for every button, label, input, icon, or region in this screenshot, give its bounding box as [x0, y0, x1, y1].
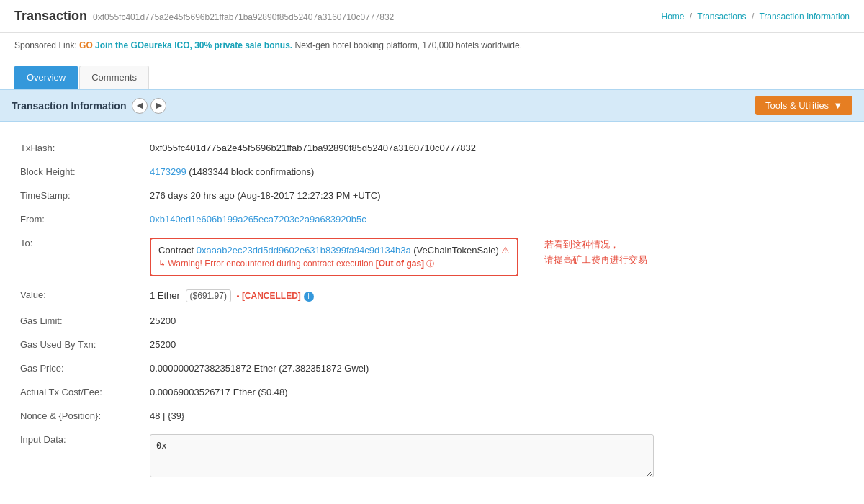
section-header-left: Transaction Information ◀ ▶	[12, 98, 166, 114]
block-height-label: Block Height:	[14, 160, 144, 184]
sponsored-desc: Next-gen hotel booking platform, 170,000…	[295, 40, 523, 50]
row-to: To: Contract 0xaaab2ec23dd5dd9602e631b83…	[14, 231, 850, 283]
txhash-value: 0xf055fc401d775a2e45f5696b21ffab71ba9289…	[144, 136, 850, 160]
to-contract-name: (VeChainTokenSale)	[413, 245, 499, 256]
gas-used-label: Gas Used By Txn:	[14, 333, 144, 356]
row-actual-cost: Actual Tx Cost/Fee: 0.00069003526717 Eth…	[14, 380, 850, 404]
tabs-bar: Overview Comments	[0, 58, 864, 89]
input-data-label: Input Data:	[14, 428, 144, 486]
row-value: Value: 1 Ether ($691.97) - [CANCELLED] i	[14, 283, 850, 309]
breadcrumb-transactions[interactable]: Transactions	[697, 12, 746, 22]
value-eth: 1 Ether	[150, 290, 180, 301]
row-gas-price: Gas Price: 0.000000027382351872 Ether (2…	[14, 356, 850, 380]
go-logo: GO	[79, 40, 93, 50]
row-gas-used: Gas Used By Txn: 25200	[14, 333, 850, 356]
nav-arrows: ◀ ▶	[132, 98, 166, 114]
tab-overview[interactable]: Overview	[14, 66, 78, 89]
gas-limit-value: 25200	[144, 309, 850, 333]
tx-hash-header: 0xf055fc401d775a2e45f5696b21ffab71ba9289…	[93, 12, 394, 22]
nav-next-button[interactable]: ▶	[150, 98, 166, 114]
dropdown-icon: ▼	[833, 100, 842, 111]
gas-used-value: 25200	[144, 333, 850, 356]
page-title: Transaction	[14, 9, 87, 24]
value-info-icon[interactable]: i	[304, 292, 314, 302]
warning-icon: ⚠	[501, 245, 510, 256]
actual-cost-label: Actual Tx Cost/Fee:	[14, 380, 144, 404]
to-box-contract-row: Contract 0xaaab2ec23dd5dd9602e631b8399fa…	[158, 245, 510, 256]
actual-cost-value: 0.00069003526717 Ether ($0.48)	[144, 380, 850, 404]
row-block-height: Block Height: 4173299 (1483344 block con…	[14, 160, 850, 184]
row-nonce: Nonce & {Position}: 48 | {39}	[14, 404, 850, 428]
tools-label: Tools & Utilities	[765, 100, 829, 111]
to-box: Contract 0xaaab2ec23dd5dd9602e631b8399fa…	[150, 238, 518, 276]
block-height-cell: 4173299 (1483344 block confirmations)	[144, 160, 850, 184]
txhash-label: TxHash:	[14, 136, 144, 160]
value-usd: ($691.97)	[186, 289, 231, 302]
tools-utilities-button[interactable]: Tools & Utilities ▼	[755, 96, 852, 115]
content-area: TxHash: 0xf055fc401d775a2e45f5696b21ffab…	[0, 122, 864, 500]
timestamp-value: 276 days 20 hrs ago (Aug-18-2017 12:27:2…	[144, 184, 850, 207]
breadcrumb-sep1: /	[690, 12, 692, 22]
to-contract-label: Contract	[158, 245, 194, 256]
info-table: TxHash: 0xf055fc401d775a2e45f5696b21ffab…	[14, 136, 850, 486]
top-bar: Transaction 0xf055fc401d775a2e45f5696b21…	[0, 0, 864, 33]
value-label: Value:	[14, 283, 144, 309]
cancelled-badge: - [CANCELLED]	[237, 291, 301, 301]
from-cell: 0xb140ed1e606b199a265eca7203c2a9a683920b…	[144, 207, 850, 231]
to-label: To:	[14, 231, 144, 283]
value-cell: 1 Ether ($691.97) - [CANCELLED] i	[144, 283, 850, 309]
breadcrumb: Home / Transactions / Transaction Inform…	[661, 12, 850, 22]
chinese-note: 若看到这种情况， 请提高矿工费再进行交易	[544, 238, 647, 268]
to-box-warning-row: ↳ Warning! Error encountered during cont…	[158, 258, 510, 269]
block-height-link[interactable]: 4173299	[150, 166, 186, 177]
to-warning-arrow: ↳	[158, 258, 166, 269]
nonce-value: 48 | {39}	[144, 404, 850, 428]
gas-limit-label: Gas Limit:	[14, 309, 144, 333]
tabs: Overview Comments	[14, 66, 850, 89]
timestamp-label: TimeStamp:	[14, 184, 144, 207]
from-label: From:	[14, 207, 144, 231]
from-address[interactable]: 0xb140ed1e606b199a265eca7203c2a9a683920b…	[150, 214, 366, 225]
row-gas-limit: Gas Limit: 25200	[14, 309, 850, 333]
out-of-gas-label: [Out of gas]	[376, 258, 424, 269]
section-title: Transaction Information	[12, 100, 126, 112]
nav-prev-button[interactable]: ◀	[132, 98, 148, 114]
to-contract-link[interactable]: 0xaaab2ec23dd5dd9602e631b8399fa94c9d134b…	[197, 245, 411, 256]
chinese-note-line1: 若看到这种情况，	[544, 238, 647, 253]
gas-price-label: Gas Price:	[14, 356, 144, 380]
sponsored-link[interactable]: Join the GOeureka ICO, 30% private sale …	[95, 40, 292, 50]
breadcrumb-home[interactable]: Home	[661, 12, 684, 22]
chinese-note-line2: 请提高矿工费再进行交易	[544, 253, 647, 268]
sponsored-label: Sponsored Link:	[14, 40, 77, 50]
top-bar-left: Transaction 0xf055fc401d775a2e45f5696b21…	[14, 9, 394, 24]
row-from: From: 0xb140ed1e606b199a265eca7203c2a9a6…	[14, 207, 850, 231]
gas-price-value: 0.000000027382351872 Ether (27.382351872…	[144, 356, 850, 380]
row-input-data: Input Data:	[14, 428, 850, 486]
nonce-label: Nonce & {Position}:	[14, 404, 144, 428]
to-warning-text: Warning! Error encountered during contra…	[168, 258, 373, 269]
input-data-textarea[interactable]	[150, 434, 654, 477]
breadcrumb-current[interactable]: Transaction Information	[759, 12, 850, 22]
breadcrumb-sep2: /	[752, 12, 754, 22]
section-header: Transaction Information ◀ ▶ Tools & Util…	[0, 89, 864, 122]
input-data-cell	[144, 428, 850, 486]
sponsored-bar: Sponsored Link: GO Join the GOeureka ICO…	[0, 33, 864, 58]
circle-info-icon: ⓘ	[426, 259, 434, 268]
to-cell: Contract 0xaaab2ec23dd5dd9602e631b8399fa…	[144, 231, 850, 283]
row-timestamp: TimeStamp: 276 days 20 hrs ago (Aug-18-2…	[14, 184, 850, 207]
tab-comments[interactable]: Comments	[79, 66, 149, 89]
row-txhash: TxHash: 0xf055fc401d775a2e45f5696b21ffab…	[14, 136, 850, 160]
to-row-wrapper: Contract 0xaaab2ec23dd5dd9602e631b8399fa…	[150, 238, 844, 276]
block-confirmations: (1483344 block confirmations)	[189, 166, 314, 177]
